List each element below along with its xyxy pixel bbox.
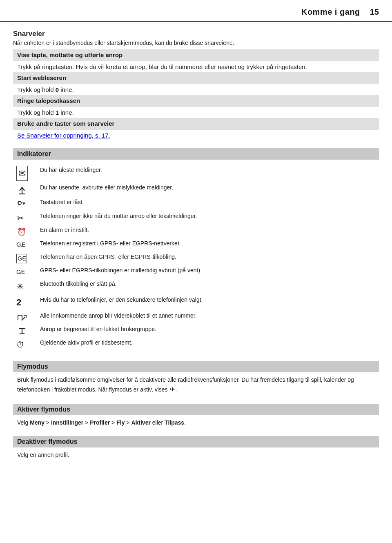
shortcut-item-2: Start webleseren	[13, 72, 379, 84]
indicator-desc-gprs-reg: Telefonen er registrert i GPRS- eller EG…	[38, 238, 379, 251]
indicator-row-gprs-reg: G/E Telefonen er registrert i GPRS- elle…	[13, 238, 379, 251]
airplane-icon: ✈	[170, 386, 175, 393]
shortcut-title-2: Start webleseren	[17, 74, 375, 81]
flymodus-section: Flymodus Bruk flymodus i radiofølsomme o…	[13, 361, 379, 398]
indicator-row-gprs-open: G/E Telefonen har en åpen GPRS- eller EG…	[13, 251, 379, 265]
indicator-icon-lock: 1	[13, 197, 38, 211]
shortcut-title-1: Vise tapte, mottatte og utførte anrop	[17, 51, 375, 58]
indicator-desc-line2: Hvis du har to telefonlinjer, er den sek…	[38, 294, 379, 310]
indicator-icon-gprs-open: G/E	[13, 251, 38, 265]
snarveier-link[interactable]: Se Snarveier for oppringing, s. 17.	[17, 132, 110, 139]
shortcut-title-4: Bruke andre taster som snarveier	[17, 120, 375, 127]
indicator-row-line2: 2 Hvis du har to telefonlinjer, er den s…	[13, 294, 379, 310]
indicator-row-divert: Alle innkommende anrop blir viderekoblet…	[13, 310, 379, 324]
indicator-row-timed-profile: ⏱ Gjeldende aktiv profil er tidsbestemt.	[13, 337, 379, 352]
indicator-icon-silent: ✂	[13, 211, 38, 224]
snarveier-intro: Når enheten er i standbymodus eller star…	[13, 40, 379, 49]
aktiver-flymodus-title: Aktiver flymodus	[13, 404, 379, 415]
shortcut-desc-4: Se Snarveier for oppringing, s. 17.	[13, 130, 379, 141]
indicator-icon-bluetooth: ✳	[13, 278, 38, 294]
indicator-icon-gprs-reg: G/E	[13, 238, 38, 251]
shortcut-title-3: Ringe talepostkassen	[17, 97, 375, 104]
indikatorer-section: Indikatorer ✉ Du har uleste meldinger.	[13, 148, 379, 354]
indicator-desc-gprs-suspended: GPRS- eller EGPRS-tilkoblingen er midler…	[38, 265, 379, 278]
flymodus-desc: Bruk flymodus i radiofølsomme omgivelser…	[13, 372, 379, 398]
indicator-icon-divert	[13, 310, 38, 324]
indicator-icon-timed-profile: ⏱	[13, 337, 38, 352]
indicator-icon-gprs-suspended: G/E	[13, 265, 38, 278]
svg-text:⏰: ⏰	[17, 227, 27, 236]
indicator-desc-silent: Telefonen ringer ikke når du mottar anro…	[38, 211, 379, 224]
indicator-icon-line2: 2	[13, 294, 38, 310]
indicator-icon-unsent	[13, 182, 38, 197]
page-title: Komme i gang	[301, 7, 360, 17]
indicator-row-unread: ✉ Du har uleste meldinger.	[13, 165, 379, 182]
indikatorer-title: Indikatorer	[13, 148, 379, 160]
shortcut-desc-1: Trykk på ringetasten. Hvis du vil foreta…	[13, 61, 379, 72]
flymodus-title: Flymodus	[13, 361, 379, 372]
shortcut-item-1: Vise tapte, mottatte og utførte anrop	[13, 49, 379, 61]
indicator-desc-divert: Alle innkommende anrop blir viderekoblet…	[38, 310, 379, 324]
indicator-row-unsent: Du har usendte, avbrutte eller mislykked…	[13, 182, 379, 197]
shortcut-desc-2: Trykk og hold 0 inne.	[13, 84, 379, 95]
indicator-desc-timed-profile: Gjeldende aktiv profil er tidsbestemt.	[38, 337, 379, 352]
aktiver-flymodus-desc: Velg Meny > Innstillinger > Profiler > F…	[13, 415, 379, 431]
indicator-desc-bluetooth: Bluetooth-tilkobling er slått på.	[38, 278, 379, 294]
indicator-row-alarm: ⏰ En alarm er innstilt.	[13, 225, 379, 238]
snarveier-section: Snarveier Når enheten er i standbymodus …	[13, 26, 379, 141]
indicator-desc-unsent: Du har usendte, avbrutte eller mislykked…	[38, 182, 379, 197]
shortcut-item-4: Bruke andre taster som snarveier	[13, 118, 379, 130]
indicator-icon-alarm: ⏰	[13, 225, 38, 238]
shortcut-item-3: Ringe talepostkassen	[13, 95, 379, 107]
indicator-table: ✉ Du har uleste meldinger.	[13, 165, 379, 352]
svg-text:✂: ✂	[17, 214, 24, 223]
indicator-row-silent: ✂ Telefonen ringer ikke når du mottar an…	[13, 211, 379, 224]
deaktiver-flymodus-title: Deaktiver flymodus	[13, 436, 379, 447]
page-header: Komme i gang 15	[0, 0, 392, 22]
deaktiver-flymodus-section: Deaktiver flymodus Velg en annen profil.	[13, 436, 379, 463]
page-content: Snarveier Når enheten er i standbymodus …	[0, 22, 392, 476]
indicator-icon-envelope: ✉	[13, 165, 38, 182]
indicator-row-gprs-suspended: G/E GPRS- eller EGPRS-tilkoblingen er mi…	[13, 265, 379, 278]
snarveier-title: Snarveier	[13, 30, 45, 38]
indicator-desc-locked: Tastaturet er låst.	[38, 197, 379, 211]
indicator-desc-alarm: En alarm er innstilt.	[38, 225, 379, 238]
indicator-desc-cug: Anrop er begrenset til en lukket brukerg…	[38, 324, 379, 337]
shortcut-desc-3: Trykk og hold 1 inne.	[13, 107, 379, 118]
indicator-row-bluetooth: ✳ Bluetooth-tilkobling er slått på.	[13, 278, 379, 294]
indicator-row-locked: 1 Tastaturet er låst.	[13, 197, 379, 211]
indicator-icon-cug	[13, 324, 38, 337]
indicator-desc-gprs-open: Telefonen har en åpen GPRS- eller EGPRS-…	[38, 251, 379, 265]
indicator-desc-unread: Du har uleste meldinger.	[38, 165, 379, 182]
page-number: 15	[370, 7, 379, 17]
indicator-row-cug: Anrop er begrenset til en lukket brukerg…	[13, 324, 379, 337]
deaktiver-flymodus-desc: Velg en annen profil.	[13, 447, 379, 463]
aktiver-flymodus-section: Aktiver flymodus Velg Meny > Innstilling…	[13, 404, 379, 431]
